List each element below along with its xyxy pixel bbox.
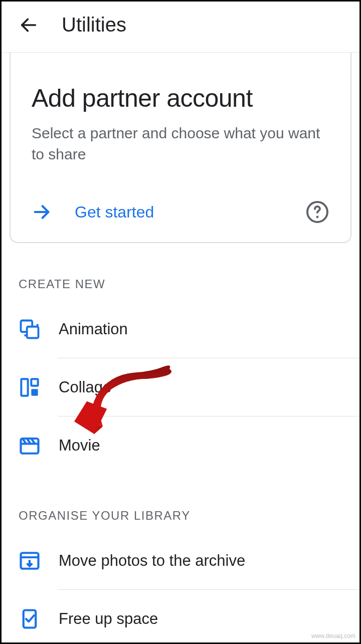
page-title: Utilities [62, 14, 126, 36]
list-item-archive[interactable]: Move photos to the archive [2, 532, 359, 590]
arrow-right-icon [32, 202, 52, 222]
animation-icon [19, 318, 41, 340]
svg-rect-7 [31, 379, 38, 385]
free-space-icon [19, 608, 41, 630]
svg-point-3 [316, 216, 319, 219]
watermark: www.deuaq.com [311, 632, 355, 639]
list-item-animation[interactable]: Animation [2, 300, 359, 358]
get-started-button[interactable]: Get started [32, 202, 154, 222]
svg-rect-6 [21, 379, 28, 395]
svg-rect-5 [27, 327, 39, 338]
movie-icon [19, 435, 41, 457]
list-item-label: Free up space [59, 610, 158, 628]
list-item-collage[interactable]: Collage [2, 358, 359, 416]
list-item-label: Move photos to the archive [59, 552, 245, 570]
help-icon[interactable] [305, 200, 329, 224]
svg-rect-8 [31, 389, 38, 395]
list-item-label: Collage [59, 378, 111, 396]
partner-account-card: Add partner account Select a partner and… [10, 53, 351, 243]
section-header-create: CREATE NEW [2, 243, 359, 300]
list-item-movie[interactable]: Movie [2, 416, 359, 475]
card-subtitle: Select a partner and choose what you wan… [32, 123, 329, 165]
get-started-label: Get started [75, 203, 154, 222]
list-item-label: Animation [59, 320, 128, 338]
app-header: Utilities [2, 2, 359, 53]
list-item-label: Movie [59, 437, 100, 455]
card-title: Add partner account [32, 84, 329, 113]
archive-icon [19, 550, 41, 572]
back-arrow-icon[interactable] [18, 14, 40, 36]
list-item-free-space[interactable]: Free up space [2, 590, 359, 644]
collage-icon [19, 376, 41, 398]
section-header-organise: ORGANISE YOUR LIBRARY [2, 475, 359, 532]
card-action-row: Get started [32, 200, 329, 224]
